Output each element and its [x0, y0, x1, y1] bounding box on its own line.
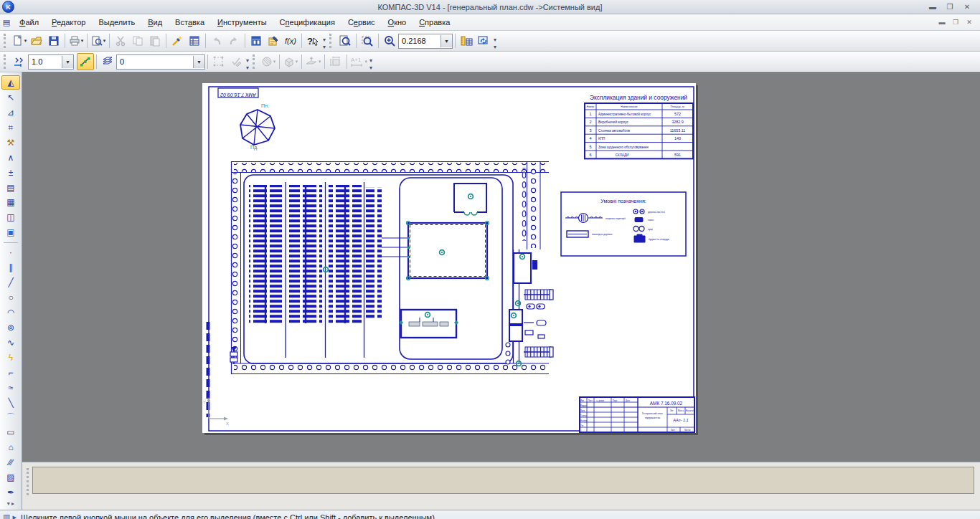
tool-ellipse[interactable]: ⊚: [1, 320, 20, 335]
paste-button[interactable]: [146, 32, 164, 49]
tool-fillet[interactable]: ⌒: [1, 411, 20, 425]
confirm-button[interactable]: [227, 53, 245, 70]
refresh-image-button[interactable]: [475, 32, 492, 49]
tool-insertions[interactable]: ▣: [1, 225, 20, 239]
tool-building-designations[interactable]: ⌗: [1, 120, 20, 135]
step-combo[interactable]: 1.0 ▼: [28, 54, 74, 70]
hatch-sphere-button[interactable]: ▾: [260, 53, 277, 70]
tool-point[interactable]: ∙: [1, 245, 20, 260]
tool-measurement[interactable]: ±: [1, 166, 20, 180]
zoom-in-button[interactable]: [381, 32, 398, 49]
south-building[interactable]: [399, 310, 458, 338]
svg-text:АМК 7.16.09.02: АМК 7.16.09.02: [220, 92, 257, 97]
print-preview-button[interactable]: ▾: [90, 32, 107, 49]
rounding-toggle-button[interactable]: [77, 53, 94, 70]
tool-selection[interactable]: ▤: [1, 181, 20, 195]
tool-specification[interactable]: ▦: [1, 196, 20, 210]
tool-equidistant[interactable]: ≈: [1, 381, 20, 395]
toolbar-grip[interactable]: [4, 34, 8, 48]
toolbar-grip[interactable]: [4, 54, 8, 69]
chevron-down-icon[interactable]: ▼: [62, 56, 73, 68]
layers-button[interactable]: [99, 53, 116, 70]
tool-parametrization[interactable]: ∧: [1, 151, 20, 165]
explication-table[interactable]: Экспликация зданий и сооружений Номер На…: [585, 94, 693, 158]
toolbar-grip[interactable]: [253, 54, 257, 69]
child-restore-button[interactable]: ❐: [951, 19, 961, 27]
tool-fill-brush[interactable]: ✒: [1, 485, 20, 500]
menu-view[interactable]: Вид: [141, 16, 169, 29]
tool-circle[interactable]: ○: [1, 290, 20, 305]
tool-dimensions[interactable]: ↖: [1, 90, 20, 105]
tool-hatch[interactable]: ▨: [1, 470, 20, 485]
drawing-canvas[interactable]: АМК 7.16.09.02 Пн. Пд.: [22, 72, 980, 462]
help-pointer-button[interactable]: ?: [304, 32, 321, 49]
wind-rose[interactable]: [240, 110, 275, 145]
tool-parallel-line[interactable]: ∥: [1, 260, 20, 275]
solid-button[interactable]: ▾: [282, 53, 299, 70]
property-bar-grip[interactable]: [27, 468, 31, 495]
menu-window[interactable]: Окно: [382, 16, 413, 29]
tool-arc[interactable]: ◠: [1, 305, 20, 320]
tool-rectangle[interactable]: ▭: [1, 425, 20, 439]
tool-collect-contour[interactable]: ⌂: [1, 440, 20, 454]
main-building[interactable]: [407, 222, 489, 280]
copy-properties-brush-button[interactable]: [169, 32, 186, 49]
tool-chamfer[interactable]: ╲: [1, 396, 20, 410]
tool-reports[interactable]: ◫: [1, 210, 20, 224]
menu-editor[interactable]: Редактор: [45, 16, 92, 29]
chevron-down-icon[interactable]: ▼: [440, 35, 452, 47]
property-bar[interactable]: [32, 467, 974, 494]
redo-button[interactable]: [225, 32, 242, 49]
cut-button[interactable]: [112, 32, 129, 49]
tool-polyline-lightning[interactable]: ϟ: [1, 351, 20, 365]
menu-tools[interactable]: Инструменты: [211, 16, 273, 29]
save-button[interactable]: [45, 32, 62, 49]
extrude-button[interactable]: ▾: [304, 53, 322, 70]
zoom-page-button[interactable]: [336, 32, 354, 49]
undo-button[interactable]: [208, 32, 225, 49]
chevron-down-icon[interactable]: ▼: [193, 56, 204, 68]
scale-combo[interactable]: 0.2168 ▼: [398, 34, 453, 49]
menu-insert[interactable]: Вставка: [169, 16, 211, 29]
functions-button[interactable]: f(x): [282, 32, 299, 49]
toolbar-grip[interactable]: [329, 34, 334, 48]
tool-geometry[interactable]: ◭: [1, 75, 20, 90]
child-minimize-button[interactable]: ▬: [937, 19, 947, 27]
dimension-3d-button[interactable]: [327, 53, 344, 70]
tool-segment[interactable]: ╱: [1, 275, 20, 290]
menu-specification[interactable]: Спецификация: [273, 16, 341, 29]
parking-rows[interactable]: [249, 185, 382, 323]
tool-editing[interactable]: ⚒: [1, 135, 20, 150]
menu-file[interactable]: Файл: [13, 16, 45, 29]
open-document-button[interactable]: [28, 32, 45, 49]
menu-help[interactable]: Справка: [413, 16, 456, 29]
minimize-button[interactable]: ▬: [927, 3, 938, 11]
child-close-button[interactable]: ✕: [964, 19, 974, 27]
spec-table-button[interactable]: [186, 32, 203, 49]
legend-box[interactable]: Умовні позначення:: [561, 192, 686, 256]
corner-stamp[interactable]: АМК 7.16.09.02: [218, 88, 258, 97]
layer-combo[interactable]: 0 ▼: [116, 54, 205, 70]
new-document-button[interactable]: ▾: [11, 32, 28, 49]
snap-step-button[interactable]: [11, 53, 28, 70]
tool-designations[interactable]: ⊿: [1, 105, 20, 120]
panel-resize-handle[interactable]: ▾ ▸: [7, 500, 14, 507]
window-layout-button[interactable]: [248, 32, 265, 49]
ruler-grid-button[interactable]: [458, 32, 475, 49]
tool-spline[interactable]: ∿: [1, 335, 20, 350]
restore-button[interactable]: ❐: [944, 3, 956, 11]
close-button[interactable]: ✕: [961, 3, 973, 11]
drawing-sheet[interactable]: АМК 7.16.09.02 Пн. Пд.: [202, 83, 696, 433]
menu-select[interactable]: Выделить: [92, 16, 141, 29]
frame-select-button[interactable]: [210, 53, 227, 70]
print-button[interactable]: ▾: [67, 32, 85, 49]
zoom-area-button[interactable]: [359, 32, 376, 49]
title-block[interactable]: АМК 7.16.09.02 Генеральний план підприєм…: [580, 397, 694, 432]
menu-service[interactable]: Сервис: [341, 16, 382, 29]
auto-dimension-button[interactable]: А+1▾: [349, 53, 369, 70]
tool-continuous-input[interactable]: ⌐: [1, 366, 20, 380]
copy-button[interactable]: [129, 32, 146, 49]
east-building[interactable]: [514, 253, 537, 283]
tool-hatch-strokes[interactable]: ∕∕∕: [1, 455, 20, 470]
variables-button[interactable]: [265, 32, 282, 49]
